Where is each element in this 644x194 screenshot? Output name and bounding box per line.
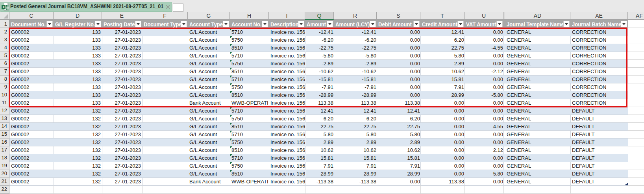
- svg-text:X: X: [2, 5, 5, 9]
